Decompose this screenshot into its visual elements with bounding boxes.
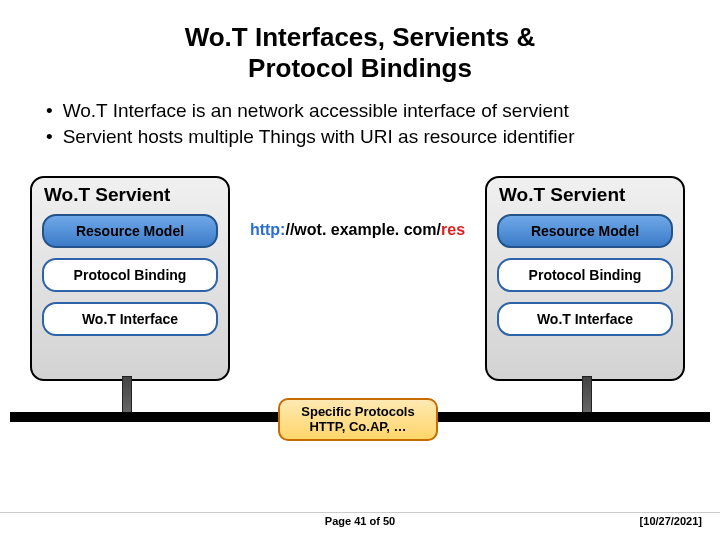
- protocol-binding-pill: Protocol Binding: [42, 258, 218, 292]
- uri-host: //wot. example. com/: [285, 221, 441, 238]
- resource-model-pill: Resource Model: [497, 214, 673, 248]
- uri-scheme: http:: [250, 221, 286, 238]
- servient-stack: Resource Model Protocol Binding Wo.T Int…: [42, 210, 218, 336]
- footer: Page 41 of 50 [10/27/2021]: [0, 512, 720, 530]
- bullet-dot-icon: •: [46, 124, 53, 150]
- uri-resource: res: [441, 221, 465, 238]
- footer-date: [10/27/2021]: [640, 515, 702, 527]
- resource-model-pill: Resource Model: [42, 214, 218, 248]
- bullet-item: • Wo.T Interface is an network accessibl…: [46, 98, 690, 124]
- connector-leg-right: [582, 376, 592, 413]
- servient-stack: Resource Model Protocol Binding Wo.T Int…: [497, 210, 673, 336]
- page-number: Page 41 of 50: [0, 515, 720, 527]
- bullet-dot-icon: •: [46, 98, 53, 124]
- uri-label: http://wot. example. com/res: [235, 221, 480, 239]
- servient-title: Wo.T Servient: [497, 184, 673, 210]
- connector-leg-left: [122, 376, 132, 413]
- wot-interface-pill: Wo.T Interface: [497, 302, 673, 336]
- bullet-text: Servient hosts multiple Things with URI …: [63, 124, 575, 150]
- title-line-2: Protocol Bindings: [248, 53, 472, 83]
- wot-interface-pill: Wo.T Interface: [42, 302, 218, 336]
- protocols-line-1: Specific Protocols: [286, 405, 430, 420]
- servient-box-left: Wo.T Servient Resource Model Protocol Bi…: [30, 176, 230, 381]
- protocols-line-2: HTTP, Co.AP, …: [286, 420, 430, 435]
- protocol-binding-pill: Protocol Binding: [497, 258, 673, 292]
- servient-box-right: Wo.T Servient Resource Model Protocol Bi…: [485, 176, 685, 381]
- title-line-1: Wo.T Interfaces, Servients &: [185, 22, 536, 52]
- bullet-item: • Servient hosts multiple Things with UR…: [46, 124, 690, 150]
- servient-title: Wo.T Servient: [42, 184, 218, 210]
- bullet-text: Wo.T Interface is an network accessible …: [63, 98, 569, 124]
- slide-title: Wo.T Interfaces, Servients & Protocol Bi…: [0, 0, 720, 98]
- bullet-list: • Wo.T Interface is an network accessibl…: [0, 98, 720, 159]
- diagram: Wo.T Servient Resource Model Protocol Bi…: [0, 166, 720, 456]
- protocols-box: Specific Protocols HTTP, Co.AP, …: [278, 398, 438, 441]
